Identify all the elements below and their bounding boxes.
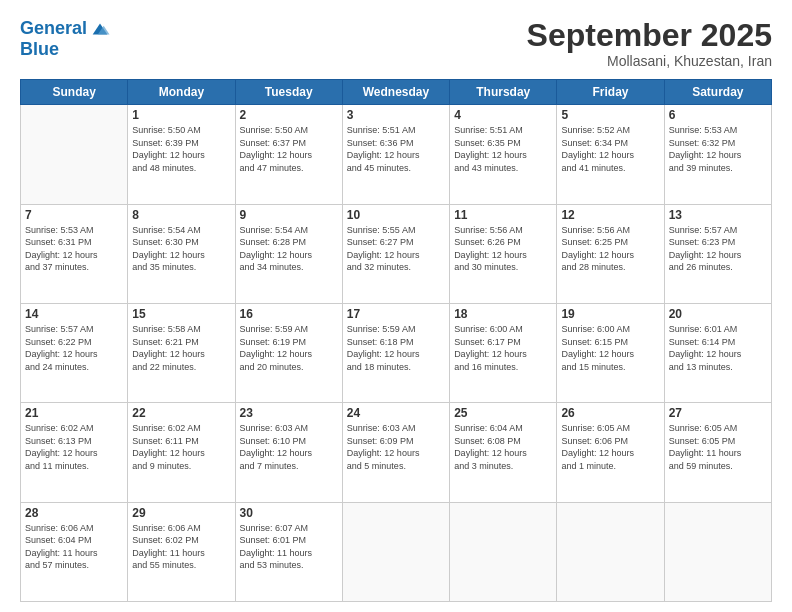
day-number: 24: [347, 406, 445, 420]
calendar-cell: 4Sunrise: 5:51 AM Sunset: 6:35 PM Daylig…: [450, 105, 557, 204]
day-number: 12: [561, 208, 659, 222]
calendar-cell: 10Sunrise: 5:55 AM Sunset: 6:27 PM Dayli…: [342, 204, 449, 303]
calendar-cell: 11Sunrise: 5:56 AM Sunset: 6:26 PM Dayli…: [450, 204, 557, 303]
calendar-table: SundayMondayTuesdayWednesdayThursdayFrid…: [20, 79, 772, 602]
cell-info: Sunrise: 5:59 AM Sunset: 6:18 PM Dayligh…: [347, 323, 445, 373]
day-number: 8: [132, 208, 230, 222]
week-row-3: 14Sunrise: 5:57 AM Sunset: 6:22 PM Dayli…: [21, 303, 772, 402]
title-area: September 2025 Mollasani, Khuzestan, Ira…: [527, 18, 772, 69]
day-number: 2: [240, 108, 338, 122]
cell-info: Sunrise: 5:51 AM Sunset: 6:35 PM Dayligh…: [454, 124, 552, 174]
weekday-saturday: Saturday: [664, 80, 771, 105]
calendar-cell: 19Sunrise: 6:00 AM Sunset: 6:15 PM Dayli…: [557, 303, 664, 402]
day-number: 1: [132, 108, 230, 122]
day-number: 4: [454, 108, 552, 122]
calendar-cell: 17Sunrise: 5:59 AM Sunset: 6:18 PM Dayli…: [342, 303, 449, 402]
day-number: 3: [347, 108, 445, 122]
weekday-wednesday: Wednesday: [342, 80, 449, 105]
day-number: 9: [240, 208, 338, 222]
day-number: 13: [669, 208, 767, 222]
weekday-sunday: Sunday: [21, 80, 128, 105]
cell-info: Sunrise: 6:00 AM Sunset: 6:15 PM Dayligh…: [561, 323, 659, 373]
page: General Blue September 2025 Mollasani, K…: [0, 0, 792, 612]
day-number: 21: [25, 406, 123, 420]
weekday-friday: Friday: [557, 80, 664, 105]
cell-info: Sunrise: 5:53 AM Sunset: 6:31 PM Dayligh…: [25, 224, 123, 274]
week-row-5: 28Sunrise: 6:06 AM Sunset: 6:04 PM Dayli…: [21, 502, 772, 601]
cell-info: Sunrise: 5:59 AM Sunset: 6:19 PM Dayligh…: [240, 323, 338, 373]
calendar-cell: 21Sunrise: 6:02 AM Sunset: 6:13 PM Dayli…: [21, 403, 128, 502]
cell-info: Sunrise: 5:55 AM Sunset: 6:27 PM Dayligh…: [347, 224, 445, 274]
cell-info: Sunrise: 5:57 AM Sunset: 6:22 PM Dayligh…: [25, 323, 123, 373]
cell-info: Sunrise: 6:06 AM Sunset: 6:04 PM Dayligh…: [25, 522, 123, 572]
calendar-cell: 30Sunrise: 6:07 AM Sunset: 6:01 PM Dayli…: [235, 502, 342, 601]
cell-info: Sunrise: 5:58 AM Sunset: 6:21 PM Dayligh…: [132, 323, 230, 373]
cell-info: Sunrise: 6:01 AM Sunset: 6:14 PM Dayligh…: [669, 323, 767, 373]
calendar-cell: 27Sunrise: 6:05 AM Sunset: 6:05 PM Dayli…: [664, 403, 771, 502]
calendar-cell: [450, 502, 557, 601]
cell-info: Sunrise: 5:57 AM Sunset: 6:23 PM Dayligh…: [669, 224, 767, 274]
week-row-2: 7Sunrise: 5:53 AM Sunset: 6:31 PM Daylig…: [21, 204, 772, 303]
week-row-1: 1Sunrise: 5:50 AM Sunset: 6:39 PM Daylig…: [21, 105, 772, 204]
cell-info: Sunrise: 5:56 AM Sunset: 6:25 PM Dayligh…: [561, 224, 659, 274]
calendar-cell: 28Sunrise: 6:06 AM Sunset: 6:04 PM Dayli…: [21, 502, 128, 601]
cell-info: Sunrise: 6:03 AM Sunset: 6:09 PM Dayligh…: [347, 422, 445, 472]
logo-icon: [89, 18, 111, 40]
cell-info: Sunrise: 5:54 AM Sunset: 6:30 PM Dayligh…: [132, 224, 230, 274]
calendar-cell: 18Sunrise: 6:00 AM Sunset: 6:17 PM Dayli…: [450, 303, 557, 402]
week-row-4: 21Sunrise: 6:02 AM Sunset: 6:13 PM Dayli…: [21, 403, 772, 502]
month-title: September 2025: [527, 18, 772, 53]
calendar-cell: 13Sunrise: 5:57 AM Sunset: 6:23 PM Dayli…: [664, 204, 771, 303]
cell-info: Sunrise: 5:56 AM Sunset: 6:26 PM Dayligh…: [454, 224, 552, 274]
calendar-cell: 3Sunrise: 5:51 AM Sunset: 6:36 PM Daylig…: [342, 105, 449, 204]
calendar-cell: 16Sunrise: 5:59 AM Sunset: 6:19 PM Dayli…: [235, 303, 342, 402]
day-number: 30: [240, 506, 338, 520]
calendar-cell: 26Sunrise: 6:05 AM Sunset: 6:06 PM Dayli…: [557, 403, 664, 502]
weekday-tuesday: Tuesday: [235, 80, 342, 105]
cell-info: Sunrise: 6:05 AM Sunset: 6:05 PM Dayligh…: [669, 422, 767, 472]
calendar-cell: 5Sunrise: 5:52 AM Sunset: 6:34 PM Daylig…: [557, 105, 664, 204]
day-number: 19: [561, 307, 659, 321]
logo: General Blue: [20, 18, 111, 60]
cell-info: Sunrise: 5:54 AM Sunset: 6:28 PM Dayligh…: [240, 224, 338, 274]
cell-info: Sunrise: 6:05 AM Sunset: 6:06 PM Dayligh…: [561, 422, 659, 472]
cell-info: Sunrise: 5:52 AM Sunset: 6:34 PM Dayligh…: [561, 124, 659, 174]
day-number: 28: [25, 506, 123, 520]
cell-info: Sunrise: 6:07 AM Sunset: 6:01 PM Dayligh…: [240, 522, 338, 572]
cell-info: Sunrise: 5:51 AM Sunset: 6:36 PM Dayligh…: [347, 124, 445, 174]
logo-blue: Blue: [20, 40, 111, 60]
weekday-monday: Monday: [128, 80, 235, 105]
calendar-cell: 20Sunrise: 6:01 AM Sunset: 6:14 PM Dayli…: [664, 303, 771, 402]
calendar-cell: [557, 502, 664, 601]
location: Mollasani, Khuzestan, Iran: [527, 53, 772, 69]
cell-info: Sunrise: 6:02 AM Sunset: 6:11 PM Dayligh…: [132, 422, 230, 472]
day-number: 22: [132, 406, 230, 420]
day-number: 23: [240, 406, 338, 420]
day-number: 15: [132, 307, 230, 321]
calendar-cell: 12Sunrise: 5:56 AM Sunset: 6:25 PM Dayli…: [557, 204, 664, 303]
calendar-cell: 1Sunrise: 5:50 AM Sunset: 6:39 PM Daylig…: [128, 105, 235, 204]
day-number: 14: [25, 307, 123, 321]
calendar-cell: 23Sunrise: 6:03 AM Sunset: 6:10 PM Dayli…: [235, 403, 342, 502]
calendar-cell: 7Sunrise: 5:53 AM Sunset: 6:31 PM Daylig…: [21, 204, 128, 303]
day-number: 29: [132, 506, 230, 520]
weekday-header-row: SundayMondayTuesdayWednesdayThursdayFrid…: [21, 80, 772, 105]
day-number: 20: [669, 307, 767, 321]
cell-info: Sunrise: 6:04 AM Sunset: 6:08 PM Dayligh…: [454, 422, 552, 472]
calendar-cell: 6Sunrise: 5:53 AM Sunset: 6:32 PM Daylig…: [664, 105, 771, 204]
calendar-cell: [342, 502, 449, 601]
weekday-thursday: Thursday: [450, 80, 557, 105]
cell-info: Sunrise: 6:00 AM Sunset: 6:17 PM Dayligh…: [454, 323, 552, 373]
cell-info: Sunrise: 6:02 AM Sunset: 6:13 PM Dayligh…: [25, 422, 123, 472]
header: General Blue September 2025 Mollasani, K…: [20, 18, 772, 69]
calendar-cell: 29Sunrise: 6:06 AM Sunset: 6:02 PM Dayli…: [128, 502, 235, 601]
day-number: 26: [561, 406, 659, 420]
cell-info: Sunrise: 5:50 AM Sunset: 6:37 PM Dayligh…: [240, 124, 338, 174]
cell-info: Sunrise: 6:06 AM Sunset: 6:02 PM Dayligh…: [132, 522, 230, 572]
calendar-cell: 2Sunrise: 5:50 AM Sunset: 6:37 PM Daylig…: [235, 105, 342, 204]
calendar-cell: 25Sunrise: 6:04 AM Sunset: 6:08 PM Dayli…: [450, 403, 557, 502]
calendar-cell: 9Sunrise: 5:54 AM Sunset: 6:28 PM Daylig…: [235, 204, 342, 303]
day-number: 25: [454, 406, 552, 420]
calendar-cell: [664, 502, 771, 601]
day-number: 11: [454, 208, 552, 222]
